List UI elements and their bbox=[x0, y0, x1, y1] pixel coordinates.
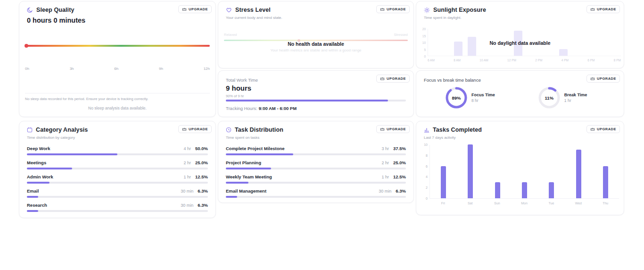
upgrade-button[interactable]: UPGRADE bbox=[586, 125, 620, 133]
sleep-footer-note: No sleep data recorded for this period. … bbox=[25, 97, 210, 101]
balance-label: Focus vs break time balance bbox=[424, 77, 481, 83]
upgrade-button[interactable]: UPGRADE bbox=[178, 125, 212, 133]
progress-row: Deep Work4 hr50.0% bbox=[27, 145, 208, 159]
row-label: Admin Work bbox=[27, 174, 53, 179]
x-tick-label: Sun bbox=[484, 202, 511, 205]
row-percent: 25.0% bbox=[393, 160, 406, 165]
upgrade-label: UPGRADE bbox=[387, 7, 406, 11]
crown-icon bbox=[182, 7, 187, 11]
y-tick-label: 0 bbox=[420, 197, 428, 200]
no-data-message: No daylight data available bbox=[416, 40, 624, 46]
completed-x-axis: FriSatSunMonTueWedThu bbox=[429, 202, 619, 205]
upgrade-button[interactable]: UPGRADE bbox=[586, 75, 620, 83]
row-time: 30 min bbox=[379, 189, 391, 194]
progress-track bbox=[226, 182, 406, 184]
progress-fill bbox=[226, 196, 237, 198]
y-tick-label: 10 bbox=[420, 143, 428, 146]
ghost-bar bbox=[559, 49, 568, 56]
bar-slot bbox=[430, 166, 457, 198]
stress-level-card: Stress Level UPGRADE Your current body a… bbox=[218, 1, 414, 68]
progress-row: Admin Work1 hr12.5% bbox=[27, 173, 208, 187]
row-label: Email Management bbox=[226, 188, 266, 194]
donut-group: 89%Focus Time8 hr bbox=[446, 87, 495, 109]
tracking-hours: Tracking Hours:9:00 AM - 6:00 PM bbox=[226, 106, 297, 111]
task-bar bbox=[549, 182, 554, 198]
row-percent: 37.5% bbox=[393, 146, 406, 151]
x-tick-label: Wed bbox=[565, 202, 592, 205]
row-percent: 6.3% bbox=[198, 202, 208, 208]
sun-icon bbox=[424, 7, 430, 13]
task-rows: Complete Project Milestone3 hr37.5%Proje… bbox=[226, 145, 406, 202]
bar-chart-icon bbox=[424, 127, 429, 133]
y-tick-label: 6 bbox=[420, 165, 428, 168]
work-time-label: Total Work Time bbox=[226, 77, 258, 83]
task-bar bbox=[468, 144, 473, 198]
bar-slot bbox=[538, 182, 565, 198]
x-tick-label: Mon bbox=[511, 202, 537, 205]
row-percent: 25.0% bbox=[195, 160, 208, 165]
card-title: Sunlight Exposure bbox=[433, 7, 486, 13]
upgrade-label: UPGRADE bbox=[387, 127, 406, 131]
row-time: 2 hr bbox=[184, 160, 191, 165]
tracking-value: 9:00 AM - 6:00 PM bbox=[259, 106, 297, 111]
upgrade-button[interactable]: UPGRADE bbox=[376, 125, 410, 133]
row-percent: 12.5% bbox=[195, 174, 208, 179]
progress-fill bbox=[226, 182, 248, 184]
x-tick-label: 8 AM bbox=[454, 59, 461, 62]
upgrade-button[interactable]: UPGRADE bbox=[586, 5, 620, 13]
tracking-label: Tracking Hours: bbox=[226, 106, 257, 111]
donut-title: Focus Time bbox=[471, 93, 495, 97]
x-tick-label: 12 PM bbox=[507, 59, 516, 62]
upgrade-button[interactable]: UPGRADE bbox=[376, 5, 410, 13]
sunlight-exposure-card: Sunlight Exposure UPGRADE Time spent in … bbox=[416, 1, 624, 68]
task-distribution-card: Task Distribution UPGRADE Time spent on … bbox=[218, 121, 414, 203]
crown-icon bbox=[590, 7, 595, 11]
stress-scale-labels: Relaxed Stressed bbox=[224, 33, 408, 37]
upgrade-button[interactable]: UPGRADE bbox=[376, 75, 410, 83]
donut-subtitle: 8 hr bbox=[471, 98, 495, 103]
row-label: Complete Project Milestone bbox=[226, 146, 285, 151]
scale-min-label: Relaxed bbox=[224, 33, 237, 37]
y-tick-label: 20 bbox=[420, 27, 426, 31]
row-percent: 12.5% bbox=[393, 174, 406, 179]
bar-slot bbox=[592, 166, 619, 198]
row-label: Meetings bbox=[27, 160, 46, 165]
progress-row: Email Management30 min6.3% bbox=[226, 187, 406, 202]
sleep-gradient-bar bbox=[25, 45, 210, 47]
row-time: 30 min bbox=[181, 203, 193, 208]
progress-row: Project Planning2 hr25.0% bbox=[226, 159, 406, 173]
donut-subtitle: 1 hr bbox=[564, 98, 587, 103]
upgrade-label: UPGRADE bbox=[189, 127, 208, 131]
x-tick-label: Fri bbox=[429, 202, 456, 205]
row-percent: 50.0% bbox=[195, 146, 208, 151]
row-label: Research bbox=[27, 202, 47, 208]
progress-fill bbox=[27, 182, 50, 184]
row-label: Weekly Team Meeting bbox=[226, 174, 272, 179]
card-subtitle: Time spent on tasks bbox=[226, 135, 259, 140]
bar-slot bbox=[484, 182, 511, 198]
x-tick-label: 8 PM bbox=[614, 59, 621, 62]
axis-label: 3h bbox=[70, 67, 74, 71]
task-bar bbox=[576, 150, 581, 198]
no-data-message: No health data available bbox=[218, 41, 413, 47]
upgrade-label: UPGRADE bbox=[597, 127, 616, 131]
x-tick-label: Tue bbox=[538, 202, 565, 205]
y-tick-label: 15 bbox=[420, 34, 426, 38]
row-label: Email bbox=[27, 188, 39, 194]
work-progress-track bbox=[226, 100, 406, 101]
progress-fill bbox=[226, 168, 271, 169]
card-title: Tasks Completed bbox=[433, 127, 482, 133]
upgrade-button[interactable]: UPGRADE bbox=[178, 5, 212, 13]
moon-icon bbox=[27, 7, 33, 13]
row-label: Deep Work bbox=[27, 146, 50, 151]
row-percent: 6.3% bbox=[198, 188, 208, 194]
x-tick-label: 10 AM bbox=[479, 59, 488, 62]
crown-icon bbox=[590, 127, 595, 131]
crown-icon bbox=[182, 127, 187, 131]
calendar-icon bbox=[27, 127, 33, 133]
progress-fill bbox=[27, 196, 38, 198]
y-tick-label: 8 bbox=[420, 154, 428, 157]
task-bar bbox=[522, 182, 527, 198]
upgrade-label: UPGRADE bbox=[597, 76, 616, 81]
progress-row: Research30 min6.3% bbox=[27, 202, 208, 216]
